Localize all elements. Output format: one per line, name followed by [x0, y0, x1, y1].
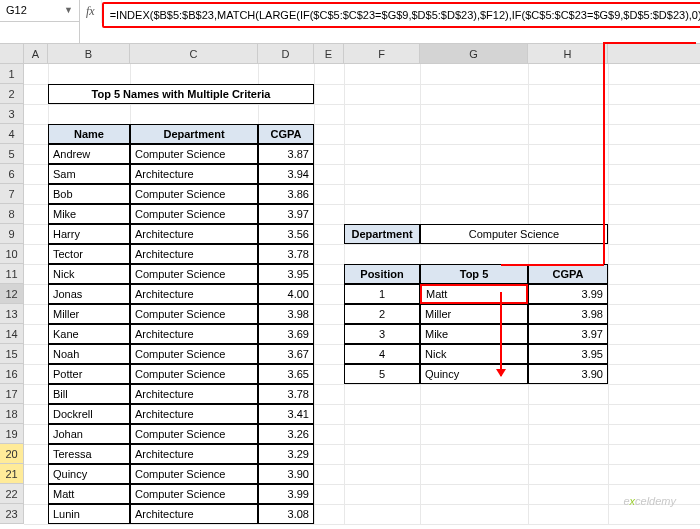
- side-top-header[interactable]: Top 5: [420, 264, 528, 284]
- data-name[interactable]: Sam: [48, 164, 130, 184]
- data-dept[interactable]: Computer Science: [130, 344, 258, 364]
- data-name[interactable]: Johan: [48, 424, 130, 444]
- data-name[interactable]: Teressa: [48, 444, 130, 464]
- side-cgpa[interactable]: 3.98: [528, 304, 608, 324]
- row-header-15[interactable]: 15: [0, 344, 24, 364]
- data-dept[interactable]: Architecture: [130, 444, 258, 464]
- data-name[interactable]: Bob: [48, 184, 130, 204]
- data-dept[interactable]: Architecture: [130, 164, 258, 184]
- row-header-20[interactable]: 20: [0, 444, 24, 464]
- side-cgpa[interactable]: 3.90: [528, 364, 608, 384]
- data-name[interactable]: Noah: [48, 344, 130, 364]
- data-cgpa[interactable]: 3.65: [258, 364, 314, 384]
- data-cgpa[interactable]: 3.56: [258, 224, 314, 244]
- data-name[interactable]: Nick: [48, 264, 130, 284]
- data-name[interactable]: Dockrell: [48, 404, 130, 424]
- row-header-16[interactable]: 16: [0, 364, 24, 384]
- row-header-13[interactable]: 13: [0, 304, 24, 324]
- data-dept[interactable]: Architecture: [130, 504, 258, 524]
- header-cgpa[interactable]: CGPA: [258, 124, 314, 144]
- side-pos[interactable]: 5: [344, 364, 420, 384]
- row-header-10[interactable]: 10: [0, 244, 24, 264]
- row-header-19[interactable]: 19: [0, 424, 24, 444]
- side-name[interactable]: Nick: [420, 344, 528, 364]
- side-pos[interactable]: 4: [344, 344, 420, 364]
- name-box[interactable]: G12 ▼: [0, 0, 80, 22]
- side-cgpa[interactable]: 3.99: [528, 284, 608, 304]
- side-cgpa[interactable]: 3.95: [528, 344, 608, 364]
- data-cgpa[interactable]: 3.08: [258, 504, 314, 524]
- col-header-C[interactable]: C: [130, 44, 258, 63]
- header-dept[interactable]: Department: [130, 124, 258, 144]
- row-header-4[interactable]: 4: [0, 124, 24, 144]
- data-dept[interactable]: Architecture: [130, 224, 258, 244]
- row-header-12[interactable]: 12: [0, 284, 24, 304]
- data-dept[interactable]: Computer Science: [130, 464, 258, 484]
- data-dept[interactable]: Computer Science: [130, 144, 258, 164]
- sheet-cells[interactable]: Top 5 Names with Multiple CriteriaNameDe…: [24, 64, 700, 529]
- chevron-down-icon[interactable]: ▼: [64, 5, 73, 15]
- data-cgpa[interactable]: 3.26: [258, 424, 314, 444]
- formula-input[interactable]: =INDEX($B$5:$B$23,MATCH(LARGE(IF($C$5:$C…: [102, 2, 700, 28]
- side-pos-header[interactable]: Position: [344, 264, 420, 284]
- data-dept[interactable]: Computer Science: [130, 364, 258, 384]
- data-name[interactable]: Tector: [48, 244, 130, 264]
- data-name[interactable]: Kane: [48, 324, 130, 344]
- side-cgpa-header[interactable]: CGPA: [528, 264, 608, 284]
- row-header-3[interactable]: 3: [0, 104, 24, 124]
- data-name[interactable]: Potter: [48, 364, 130, 384]
- data-cgpa[interactable]: 3.69: [258, 324, 314, 344]
- data-name[interactable]: Lunin: [48, 504, 130, 524]
- side-pos[interactable]: 3: [344, 324, 420, 344]
- col-header-B[interactable]: B: [48, 44, 130, 63]
- col-header-A[interactable]: A: [24, 44, 48, 63]
- data-name[interactable]: Harry: [48, 224, 130, 244]
- col-header-D[interactable]: D: [258, 44, 314, 63]
- data-name[interactable]: Matt: [48, 484, 130, 504]
- side-name[interactable]: Matt: [420, 284, 528, 304]
- row-header-23[interactable]: 23: [0, 504, 24, 524]
- data-dept[interactable]: Architecture: [130, 284, 258, 304]
- row-header-9[interactable]: 9: [0, 224, 24, 244]
- side-name[interactable]: Miller: [420, 304, 528, 324]
- row-header-2[interactable]: 2: [0, 84, 24, 104]
- data-dept[interactable]: Architecture: [130, 404, 258, 424]
- data-dept[interactable]: Computer Science: [130, 184, 258, 204]
- data-name[interactable]: Mike: [48, 204, 130, 224]
- side-name[interactable]: Quincy: [420, 364, 528, 384]
- side-dept-label[interactable]: Department: [344, 224, 420, 244]
- page-title[interactable]: Top 5 Names with Multiple Criteria: [48, 84, 314, 104]
- data-dept[interactable]: Computer Science: [130, 304, 258, 324]
- row-header-5[interactable]: 5: [0, 144, 24, 164]
- data-name[interactable]: Miller: [48, 304, 130, 324]
- side-cgpa[interactable]: 3.97: [528, 324, 608, 344]
- data-cgpa[interactable]: 3.98: [258, 304, 314, 324]
- data-dept[interactable]: Architecture: [130, 244, 258, 264]
- side-name[interactable]: Mike: [420, 324, 528, 344]
- row-header-18[interactable]: 18: [0, 404, 24, 424]
- row-header-6[interactable]: 6: [0, 164, 24, 184]
- side-pos[interactable]: 2: [344, 304, 420, 324]
- data-dept[interactable]: Computer Science: [130, 484, 258, 504]
- data-cgpa[interactable]: 3.78: [258, 244, 314, 264]
- row-header-8[interactable]: 8: [0, 204, 24, 224]
- fx-icon[interactable]: fx: [80, 0, 102, 23]
- data-cgpa[interactable]: 3.94: [258, 164, 314, 184]
- data-cgpa[interactable]: 3.99: [258, 484, 314, 504]
- data-cgpa[interactable]: 3.95: [258, 264, 314, 284]
- row-header-22[interactable]: 22: [0, 484, 24, 504]
- data-name[interactable]: Andrew: [48, 144, 130, 164]
- data-name[interactable]: Jonas: [48, 284, 130, 304]
- data-cgpa[interactable]: 3.90: [258, 464, 314, 484]
- side-pos[interactable]: 1: [344, 284, 420, 304]
- data-cgpa[interactable]: 3.86: [258, 184, 314, 204]
- data-dept[interactable]: Architecture: [130, 324, 258, 344]
- data-cgpa[interactable]: 3.87: [258, 144, 314, 164]
- data-name[interactable]: Quincy: [48, 464, 130, 484]
- row-header-17[interactable]: 17: [0, 384, 24, 404]
- col-header-E[interactable]: E: [314, 44, 344, 63]
- header-name[interactable]: Name: [48, 124, 130, 144]
- row-header-14[interactable]: 14: [0, 324, 24, 344]
- data-cgpa[interactable]: 3.41: [258, 404, 314, 424]
- row-header-21[interactable]: 21: [0, 464, 24, 484]
